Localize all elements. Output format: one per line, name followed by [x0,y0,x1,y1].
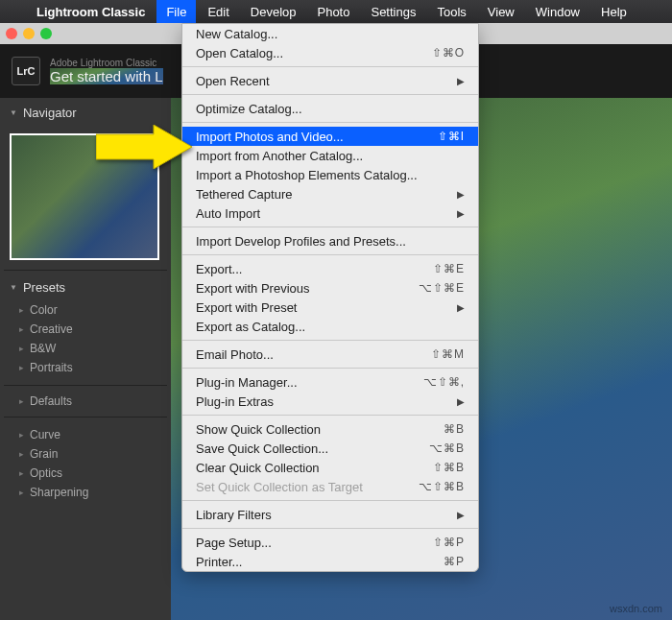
menu-plugin-extras[interactable]: Plug-in Extras▶ [182,392,478,411]
app-logo: LrC [12,57,40,85]
left-sidebar: Navigator Presets Color Creative B&W Por… [0,98,171,620]
menu-email-photo[interactable]: Email Photo...⇧⌘M [182,345,478,364]
app-name[interactable]: Lightroom Classic [27,5,155,19]
presets-panel[interactable]: Presets [0,276,171,298]
menu-clear-quick-collection[interactable]: Clear Quick Collection⇧⌘B [182,458,478,477]
menu-help[interactable]: Help [591,0,636,23]
menu-page-setup[interactable]: Page Setup...⇧⌘P [182,533,478,552]
menu-export[interactable]: Export...⇧⌘E [182,259,478,278]
menu-view[interactable]: View [478,0,524,23]
menu-develop[interactable]: Develop [241,0,306,23]
preset-color[interactable]: Color [0,300,171,320]
preset-curve[interactable]: Curve [0,425,171,444]
menu-export-catalog[interactable]: Export as Catalog... [182,317,478,336]
header-subtitle: Adobe Lightroom Classic [50,58,163,68]
menu-new-catalog[interactable]: New Catalog... [182,24,478,43]
menu-import-another-catalog[interactable]: Import from Another Catalog... [182,146,478,165]
preset-bw[interactable]: B&W [0,339,171,358]
menu-export-preset[interactable]: Export with Preset▶ [182,298,478,317]
zoom-button[interactable] [40,28,52,39]
preset-optics[interactable]: Optics [0,464,171,483]
menu-file[interactable]: File [156,0,196,23]
menu-export-previous[interactable]: Export with Previous⌥⇧⌘E [182,278,478,298]
menu-optimize[interactable]: Optimize Catalog... [182,99,478,118]
menu-open-recent[interactable]: Open Recent▶ [182,71,478,90]
menu-set-quick-collection-target: Set Quick Collection as Target⌥⇧⌘B [182,477,478,496]
menu-save-quick-collection[interactable]: Save Quick Collection...⌥⌘B [182,439,478,458]
file-menu-dropdown: New Catalog... Open Catalog...⇧⌘O Open R… [181,23,479,572]
preset-creative[interactable]: Creative [0,320,171,339]
preset-grain[interactable]: Grain [0,444,171,464]
preset-portraits[interactable]: Portraits [0,358,171,377]
menu-edit[interactable]: Edit [198,0,238,23]
annotation-arrow-icon [96,125,192,169]
menu-plugin-manager[interactable]: Plug-in Manager...⌥⇧⌘, [182,372,478,392]
menu-tethered-capture[interactable]: Tethered Capture▶ [182,184,478,203]
macos-menubar: Lightroom Classic File Edit Develop Phot… [0,0,672,23]
preset-sharpening[interactable]: Sharpening [0,483,171,502]
menu-settings[interactable]: Settings [361,0,425,23]
menu-tools[interactable]: Tools [427,0,475,23]
menu-import-pse-catalog[interactable]: Import a Photoshop Elements Catalog... [182,165,478,184]
menu-open-catalog[interactable]: Open Catalog...⇧⌘O [182,43,478,62]
menu-printer[interactable]: Printer...⌘P [182,552,478,571]
menu-photo[interactable]: Photo [307,0,359,23]
menu-window[interactable]: Window [526,0,589,23]
menu-auto-import[interactable]: Auto Import▶ [182,203,478,223]
navigator-panel[interactable]: Navigator [0,102,171,124]
svg-marker-0 [96,125,192,169]
menu-import-dev-profiles[interactable]: Import Develop Profiles and Presets... [182,231,478,250]
minimize-button[interactable] [23,28,35,39]
close-button[interactable] [6,28,17,39]
header-title: Get started with L [50,68,163,84]
watermark: wsxdn.com [610,603,662,614]
preset-defaults[interactable]: Defaults [0,392,171,411]
menu-show-quick-collection[interactable]: Show Quick Collection⌘B [182,419,478,439]
menu-import-photos-video[interactable]: Import Photos and Video...⇧⌘I [182,127,478,146]
menu-library-filters[interactable]: Library Filters▶ [182,505,478,524]
